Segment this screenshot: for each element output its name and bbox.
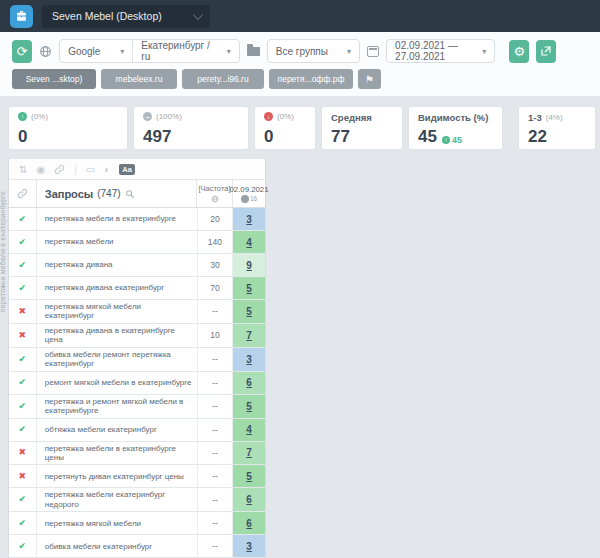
chevron-down-icon: ▾ (120, 47, 124, 56)
position-link[interactable]: 3 (246, 214, 252, 225)
contrast-icon[interactable]: ◐ (104, 164, 110, 175)
table-row[interactable]: перетяжка мягкой мебели екатеринбург -- … (9, 300, 265, 324)
frequency-column-header[interactable]: [Частота] (197, 180, 233, 207)
date-badge: 16 (250, 195, 257, 202)
region-select[interactable]: Екатеринбург / ru ▾ (132, 40, 238, 62)
table-row[interactable]: перетяжка дивана екатеринбург 70 5 (9, 277, 265, 300)
status-icon (19, 261, 27, 270)
settings-button[interactable]: ⚙ (509, 40, 529, 63)
table-toolbar: ⇅ ◉ | ▭ ◐ Aa (9, 159, 265, 180)
position-link[interactable]: 7 (246, 447, 252, 458)
table-row[interactable]: перетяжка мебели 140 4 (9, 231, 265, 254)
card-top3[interactable]: 1-3(4%) 22 (518, 106, 596, 150)
arrow-up-icon: ↑ (442, 136, 450, 144)
flag-button[interactable]: ⚑ (358, 69, 381, 89)
query-text: перетяжка мебели в екатеринбурге (45, 214, 176, 223)
position-link[interactable]: 6 (246, 494, 252, 505)
globe-icon (211, 195, 219, 203)
refresh-icon: ⟳ (17, 45, 28, 58)
competitor-tab[interactable]: mebeleex.ru (101, 69, 177, 89)
region-value: Екатеринбург / ru (141, 40, 212, 62)
position-link[interactable]: 3 (246, 354, 252, 365)
refresh-button[interactable]: ⟳ (12, 40, 32, 63)
frequency-value: 70 (198, 277, 234, 299)
table-row[interactable]: перетяжка дивана в екатеринбурге цена 10… (9, 324, 265, 348)
queries-column-header[interactable]: Запросы (747) (37, 180, 197, 207)
table-row[interactable]: перетяжка и ремонт мягкой мебели в екате… (9, 395, 265, 419)
status-icon (19, 472, 27, 481)
query-text: обтяжка мебели екатеринбург (45, 425, 157, 434)
date-column-header[interactable]: 02.09.2021 16 (233, 180, 265, 207)
table-body: перетяжка мебели в екатеринбурге 20 3 пе… (9, 208, 265, 558)
query-text: перетяжка и ремонт мягкой мебели в екате… (45, 397, 193, 416)
link-icon[interactable] (54, 164, 65, 175)
summary-cards: ↑(0%) 0 –(100%) 497 ↓(0%) 0 Средняя 77 В… (0, 97, 600, 159)
card-value: 22 (528, 128, 586, 145)
folder-icon[interactable] (247, 47, 260, 56)
card-unchanged[interactable]: –(100%) 497 (133, 106, 249, 150)
position-link[interactable]: 9 (246, 260, 252, 271)
table-row[interactable]: перетяжка мягкой мебели -- 6 (9, 512, 265, 535)
snippet-icon[interactable]: ▭ (86, 164, 95, 175)
calendar-icon[interactable] (367, 46, 379, 57)
query-text: ремонт мягкой мебели в екатеринбурге (45, 378, 192, 387)
groups-select[interactable]: Все группы ▾ (267, 39, 360, 63)
position-link[interactable]: 7 (246, 330, 252, 341)
status-icon (19, 402, 27, 411)
status-icon (19, 542, 27, 551)
position-link[interactable]: 5 (246, 401, 252, 412)
competitor-tab[interactable]: Seven ...sktop) (12, 69, 96, 89)
card-value: 77 (331, 128, 393, 145)
card-declined[interactable]: ↓(0%) 0 (254, 106, 316, 150)
position-link[interactable]: 6 (246, 518, 252, 529)
query-text: перетяжка мягкой мебели екатеринбург (45, 302, 193, 321)
table-row[interactable]: обивка мебели екатеринбург -- 3 (9, 535, 265, 558)
search-engine-select[interactable]: Google ▾ (60, 40, 132, 62)
competitor-tab[interactable]: perety...i96.ru (182, 69, 264, 89)
status-icon (19, 215, 27, 224)
table-row[interactable]: перетянуть диван екатеринбург цены -- 5 (9, 465, 265, 488)
table-row[interactable]: перетяжка мебели екатеринбург недорого -… (9, 488, 265, 512)
table-row[interactable]: перетяжка мебели в екатеринбурге 20 3 (9, 208, 265, 231)
briefcase-icon (15, 10, 28, 23)
project-selector[interactable]: Seven Mebel (Desktop) (42, 5, 210, 28)
position-link[interactable]: 3 (246, 541, 252, 552)
position-link[interactable]: 5 (246, 471, 252, 482)
query-text: перетяжка мебели екатеринбург недорого (45, 490, 193, 509)
table-row[interactable]: обтяжка мебели екатеринбург -- 4 (9, 419, 265, 442)
query-text: перетяжка дивана екатеринбург (45, 283, 164, 292)
sort-icon[interactable]: ⇅ (19, 164, 27, 175)
arrow-down-icon: ↓ (264, 112, 273, 121)
projects-button[interactable] (10, 5, 33, 28)
status-icon (19, 331, 27, 340)
search-icon[interactable] (125, 189, 135, 199)
card-value: 45 (418, 128, 437, 145)
globe-icon[interactable] (39, 45, 52, 58)
card-value: 0 (264, 128, 306, 145)
position-link[interactable]: 5 (246, 283, 252, 294)
position-link[interactable]: 4 (246, 237, 252, 248)
search-engine-dot-icon (241, 195, 249, 203)
table-row[interactable]: ремонт мягкой мебели в екатеринбурге -- … (9, 372, 265, 395)
position-link[interactable]: 6 (246, 377, 252, 388)
link-column-header[interactable] (9, 180, 37, 207)
table-row[interactable]: обивка мебели ремонт перетяжка екатеринб… (9, 348, 265, 372)
competitor-tab[interactable]: перетя...офф.рф (269, 69, 353, 89)
frequency-value: 30 (198, 254, 234, 276)
position-link[interactable]: 4 (246, 424, 252, 435)
text-style-icon[interactable]: Aa (119, 164, 135, 175)
app-window: Seven Mebel (Desktop) ⟳ Google ▾ Екатери… (0, 0, 600, 558)
export-button[interactable] (536, 40, 556, 63)
position-link[interactable]: 5 (246, 306, 252, 317)
table-row[interactable]: перетяжка дивана 30 9 (9, 254, 265, 277)
target-icon[interactable]: ◉ (36, 164, 45, 175)
frequency-value: -- (198, 442, 234, 465)
frequency-value: -- (198, 395, 234, 418)
table-row[interactable]: перетяжка мебели в екатеринбурге цены --… (9, 442, 265, 466)
card-average[interactable]: Средняя 77 (321, 106, 403, 150)
date-range-select[interactable]: 02.09.2021 — 27.09.2021 ▾ (386, 39, 495, 63)
card-improved[interactable]: ↑(0%) 0 (8, 106, 128, 150)
query-text: перетяжка мягкой мебели (45, 519, 141, 528)
frequency-value: 140 (198, 231, 234, 253)
card-visibility[interactable]: Видимость (%) 45 ↑45 (408, 106, 503, 150)
